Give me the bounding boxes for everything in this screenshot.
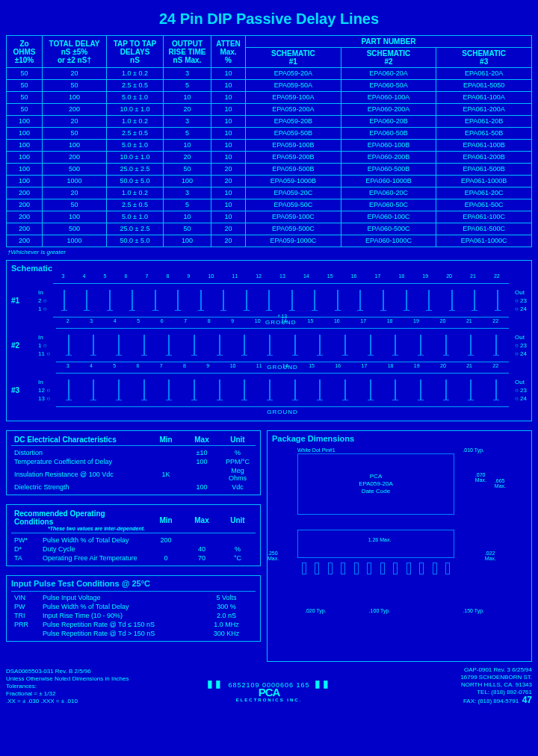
hdr-rise: OUTPUT RISE TIME nS Max. (164, 36, 211, 68)
main-spec-table: Zo OHMS ±10% TOTAL DELAY nS ±5% or ±2 nS… (6, 35, 532, 247)
table-row: PRRPulse Repetition Rate @ Td ≤ 150 nS1.… (11, 620, 256, 629)
dim-whitedot: White Dot Pin#1 (297, 447, 336, 453)
pkg-pin (393, 563, 398, 574)
company-address: 16799 SCHOENBORN ST. NORTH HILLS, CA. 91… (343, 674, 532, 705)
doc-id-left: DSA0065503-031 Rev. B 2/5/96 (6, 668, 195, 675)
table-row: PW*Pulse Width % of Total Delay200 (11, 536, 256, 545)
dc-panel: DC Electrical Characteristics Min Max Un… (6, 430, 261, 495)
schematic-body-2: 2345678910141516171819202122 * 13 GROUND (56, 328, 509, 362)
hdr-sch3: SCHEMATIC #3 (436, 48, 532, 68)
hdr-total-delay: TOTAL DELAY nS ±5% or ±2 nS† (43, 36, 107, 68)
doc-id-right: OAP-0901 Rev. 3 6/25/94 (343, 666, 532, 674)
chip-side-view (297, 530, 454, 558)
chip-marking: PCA EPA059-20A Date Code (359, 473, 393, 495)
page-footer: DSA0065503-031 Rev. B 2/5/96 Unless Othe… (6, 666, 532, 705)
table-row: 100502.5 ± 0.5510EPA059-50BEPA060-50BEPA… (7, 128, 532, 140)
tolerance-note: Unless Otherwise Noted Dimensions in Inc… (6, 675, 195, 705)
table-row: TRIInput Rise Time (10 - 90%)2.0 nS (11, 611, 256, 620)
table-row: 50502.5 ± 0.5510EPA059-50AEPA060-50AEPA0… (7, 80, 532, 92)
dim-010: .010 Typ. (463, 447, 484, 453)
table-row: 10020010.0 ± 1.02010EPA059-200BEPA060-20… (7, 152, 532, 164)
hdr-sch1: SCHEMATIC #1 (246, 48, 341, 68)
hdr-partnumber: PART NUMBER (246, 36, 532, 48)
schematic-2: #2 In 1 ○ 11 ○ 2345678910141516171819202… (11, 328, 527, 362)
iptc-panel: Input Pulse Test Conditions @ 25°C VINPu… (6, 575, 261, 642)
hdr-atten: ATTEN Max. % (211, 36, 246, 68)
pkg-pin (406, 563, 411, 574)
table-row: Insulation Resistance @ 100 Vdc1KMeg Ohm… (11, 466, 256, 483)
table-row: 501005.0 ± 1.01010EPA059-100AEPA060-100A… (7, 92, 532, 104)
table-row: TAOperating Free Air Temperature070°C (11, 554, 256, 563)
company-logo: PCA ELECTRONICS INC. (236, 689, 303, 704)
schematic-title: Schematic (11, 264, 527, 273)
table-row: D*Duty Cycle40% (11, 545, 256, 554)
table-row: VINPulse Input Voltage5 Volts (11, 593, 256, 602)
table-row: 200201.0 ± 0.2310EPA059-20CEPA060-20CEPA… (7, 188, 532, 199)
pkg-pin (433, 563, 437, 574)
hdr-tap-to-tap: TAP TO TAP DELAYS nS (107, 36, 164, 68)
hdr-sch2: SCHEMATIC #2 (341, 48, 436, 68)
table-row: 1001005.0 ± 1.01010EPA059-100BEPA060-100… (7, 140, 532, 152)
package-panel: Package Dimensions White Dot Pin#1 .010 … (267, 430, 532, 662)
pkg-pin (354, 563, 359, 574)
pkg-pin (445, 563, 450, 574)
pkg-pin (328, 563, 333, 574)
table-row: Temperature Coefficient of Delay100PPM/°… (11, 457, 256, 466)
pkg-pin (367, 563, 371, 574)
dim-150: .150 Typ. (463, 608, 484, 613)
schematic-body-3: 34567891011141516171819202122 GROUND (56, 373, 509, 407)
dc-title: DC Electrical Characteristics (11, 434, 148, 446)
dim-020: .020 Typ. (305, 608, 327, 613)
table-footnote: †Whichever is greater (7, 249, 532, 255)
dim-022: .022 Max. (485, 551, 496, 561)
schematic-1: #1 In 2 ○ 1 ○ 34567891011121314151617181… (11, 283, 527, 317)
table-row: 2001005.0 ± 1.01010EPA059-100CEPA060-100… (7, 211, 532, 223)
table-row: 100201.0 ± 0.2310EPA059-20BEPA060-20BEPA… (7, 116, 532, 128)
table-row: 50201.0 ± 0.2310EPA059-20AEPA060-20AEPA0… (7, 68, 532, 80)
page-number: 47 (522, 695, 532, 705)
pkg-pin (341, 563, 345, 574)
table-row: 10050025.0 ± 2.55020EPA059-500BEPA060-50… (7, 164, 532, 176)
pkg-pin (380, 563, 385, 574)
pkg-pin (315, 563, 319, 574)
schematic-panel: Schematic #1 In 2 ○ 1 ○ 3456789101112131… (6, 260, 532, 421)
table-row: 200502.5 ± 0.5510EPA059-50CEPA060-50CEPA… (7, 199, 532, 211)
schematic-body-1: 345678910111213141516171819202122 GROUND (53, 283, 510, 317)
chip-top-view: PCA EPA059-20A Date Code .070 Max. .665 … (297, 453, 454, 515)
page-title: 24 Pin DIP Passive Delay Lines (6, 10, 532, 28)
table-row: 200100050.0 ± 5.010020EPA059-1000CEPA060… (7, 235, 532, 247)
table-row: Pulse Repetition Rate @ Td > 150 nS300 K… (11, 629, 256, 638)
hdr-zo: Zo OHMS ±10% (7, 36, 43, 68)
dim-665: .665 Max. (495, 478, 506, 489)
roc-panel: Recommended Operating Conditions *These … (6, 504, 261, 566)
dim-100: .100 Typ. (369, 608, 391, 613)
roc-title: Recommended Operating Conditions *These … (11, 508, 148, 533)
table-row: Distortion±10% (11, 448, 256, 457)
table-row: 5020010.0 ± 1.02010EPA059-200AEPA060-200… (7, 104, 532, 116)
schematic-3: #3 In 12 ○ 13 ○ 345678910111415161718192… (11, 373, 527, 407)
table-row: PWPulse Width % of Total Delay300 % (11, 602, 256, 611)
table-row: Dielectric Strength100Vdc (11, 483, 256, 492)
dim-250: .250 Max. (268, 551, 279, 561)
table-row: 100100050.0 ± 5.010020EPA059-1000BEPA060… (7, 176, 532, 188)
table-row: 20050025.0 ± 2.55020EPA059-500CEPA060-50… (7, 223, 532, 235)
pkg-pin (302, 563, 306, 574)
dim-070: .070 Max. (475, 472, 486, 483)
pkg-pin (419, 563, 424, 574)
